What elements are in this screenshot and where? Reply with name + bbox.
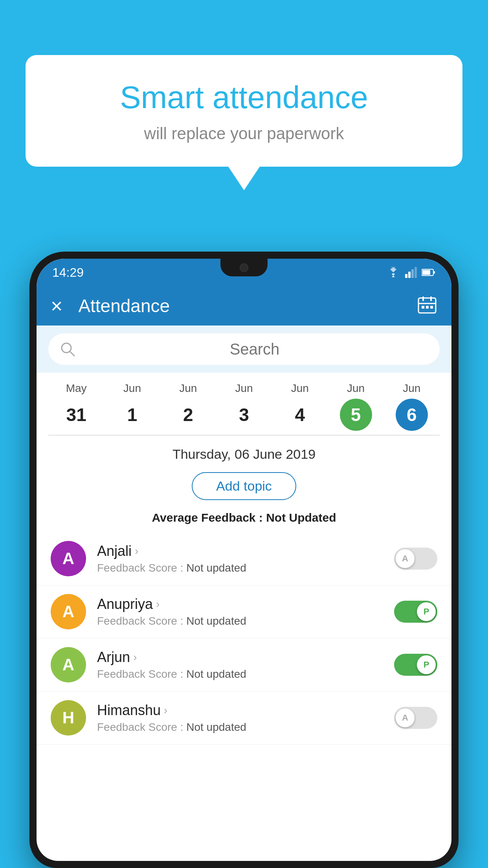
student-info: Himanshu ›Feedback Score : Not updated — [97, 702, 394, 734]
svg-rect-6 — [433, 271, 435, 274]
cal-day-number: 5 — [340, 399, 372, 431]
student-avatar: A — [51, 594, 86, 629]
chevron-icon: › — [133, 651, 137, 664]
attendance-toggle[interactable]: P — [394, 601, 437, 623]
feedback-avg-value: Not Updated — [266, 511, 336, 524]
cal-day-number: 31 — [60, 399, 92, 431]
svg-line-15 — [70, 351, 74, 356]
selected-date: Thursday, 06 June 2019 — [37, 436, 451, 468]
bubble-title: Smart attendance — [57, 79, 431, 116]
toggle-knob: A — [396, 708, 415, 727]
svg-rect-13 — [430, 306, 433, 309]
app-title: Attendance — [78, 295, 417, 316]
svg-rect-3 — [415, 267, 417, 278]
student-avatar: H — [51, 700, 86, 736]
students-list: AAnjali ›Feedback Score : Not updatedAAA… — [37, 532, 451, 745]
feedback-score-value: Not updated — [186, 615, 246, 627]
notch — [220, 259, 268, 276]
search-bar[interactable] — [48, 333, 440, 365]
svg-rect-8 — [422, 296, 424, 301]
cal-month-label: Jun — [235, 382, 253, 395]
cal-month-label: Jun — [403, 382, 420, 395]
close-button[interactable]: × — [51, 294, 62, 318]
calendar-icon[interactable] — [417, 295, 437, 317]
calendar-day[interactable]: May31 — [48, 382, 104, 431]
student-feedback-score: Feedback Score : Not updated — [97, 562, 394, 574]
toggle-knob: P — [417, 602, 436, 621]
student-name: Arjun › — [97, 649, 394, 666]
app-bar: × Attendance — [37, 286, 451, 326]
cal-day-number: 2 — [172, 399, 204, 431]
bubble-subtitle: will replace your paperwork — [57, 124, 431, 143]
student-avatar: A — [51, 541, 86, 576]
camera — [240, 263, 248, 272]
student-name: Anupriya › — [97, 596, 394, 612]
calendar-day[interactable]: Jun5 — [328, 382, 383, 431]
calendar-day[interactable]: Jun1 — [104, 382, 160, 431]
status-time: 14:29 — [52, 265, 84, 280]
speech-bubble-section: Smart attendance will replace your paper… — [26, 55, 462, 190]
cal-day-number: 6 — [396, 399, 428, 431]
student-item[interactable]: AArjun ›Feedback Score : Not updatedP — [37, 638, 451, 691]
feedback-score-value: Not updated — [186, 721, 246, 733]
svg-rect-5 — [422, 270, 430, 275]
svg-rect-1 — [408, 272, 411, 278]
svg-rect-11 — [422, 306, 424, 309]
student-info: Arjun ›Feedback Score : Not updated — [97, 649, 394, 680]
student-name: Himanshu › — [97, 702, 394, 719]
bubble-tail — [228, 167, 260, 190]
search-icon — [60, 342, 75, 357]
search-container — [37, 326, 451, 373]
calendar-strip: May31Jun1Jun2Jun3Jun4Jun5Jun6 — [37, 373, 451, 435]
chevron-icon: › — [135, 545, 138, 557]
student-info: Anupriya ›Feedback Score : Not updated — [97, 596, 394, 627]
feedback-score-value: Not updated — [186, 668, 246, 680]
attendance-toggle[interactable]: A — [394, 707, 437, 729]
calendar-day[interactable]: Jun2 — [160, 382, 216, 431]
cal-day-number: 3 — [228, 399, 260, 431]
chevron-icon: › — [164, 704, 167, 717]
add-topic-container: Add topic — [37, 468, 451, 508]
search-input[interactable] — [81, 340, 428, 358]
add-topic-button[interactable]: Add topic — [192, 472, 296, 500]
calendar-day[interactable]: Jun4 — [272, 382, 328, 431]
feedback-score-value: Not updated — [186, 562, 246, 574]
svg-rect-9 — [430, 296, 432, 301]
svg-rect-7 — [418, 298, 436, 313]
feedback-avg-label: Average Feedback : — [152, 511, 266, 524]
student-feedback-score: Feedback Score : Not updated — [97, 668, 394, 680]
student-name: Anjali › — [97, 543, 394, 559]
cal-month-label: Jun — [179, 382, 197, 395]
student-item[interactable]: AAnjali ›Feedback Score : Not updatedA — [37, 532, 451, 585]
chevron-icon: › — [156, 598, 160, 611]
status-bar: 14:29 — [37, 259, 451, 286]
svg-rect-0 — [405, 274, 407, 278]
student-feedback-score: Feedback Score : Not updated — [97, 721, 394, 734]
cal-day-number: 1 — [116, 399, 148, 431]
student-item[interactable]: HHimanshu ›Feedback Score : Not updatedA — [37, 691, 451, 745]
cal-month-label: May — [66, 382, 87, 395]
wifi-icon — [386, 267, 400, 278]
student-info: Anjali ›Feedback Score : Not updated — [97, 543, 394, 574]
cal-month-label: Jun — [291, 382, 309, 395]
signal-icon — [405, 267, 417, 278]
phone-screen: 14:29 — [37, 259, 451, 861]
battery-icon — [422, 268, 436, 277]
attendance-toggle[interactable]: P — [394, 654, 437, 676]
status-icons — [386, 267, 436, 278]
cal-month-label: Jun — [347, 382, 365, 395]
phone-frame: 14:29 — [29, 252, 459, 868]
svg-rect-2 — [411, 269, 414, 278]
cal-month-label: Jun — [123, 382, 141, 395]
average-feedback: Average Feedback : Not Updated — [37, 508, 451, 532]
toggle-knob: P — [417, 655, 436, 674]
speech-bubble: Smart attendance will replace your paper… — [26, 55, 462, 167]
svg-rect-12 — [426, 306, 429, 309]
student-feedback-score: Feedback Score : Not updated — [97, 615, 394, 627]
student-item[interactable]: AAnupriya ›Feedback Score : Not updatedP — [37, 585, 451, 638]
attendance-toggle[interactable]: A — [394, 548, 437, 570]
calendar-day[interactable]: Jun6 — [384, 382, 440, 431]
toggle-knob: A — [396, 549, 415, 568]
calendar-day[interactable]: Jun3 — [216, 382, 272, 431]
student-avatar: A — [51, 647, 86, 682]
